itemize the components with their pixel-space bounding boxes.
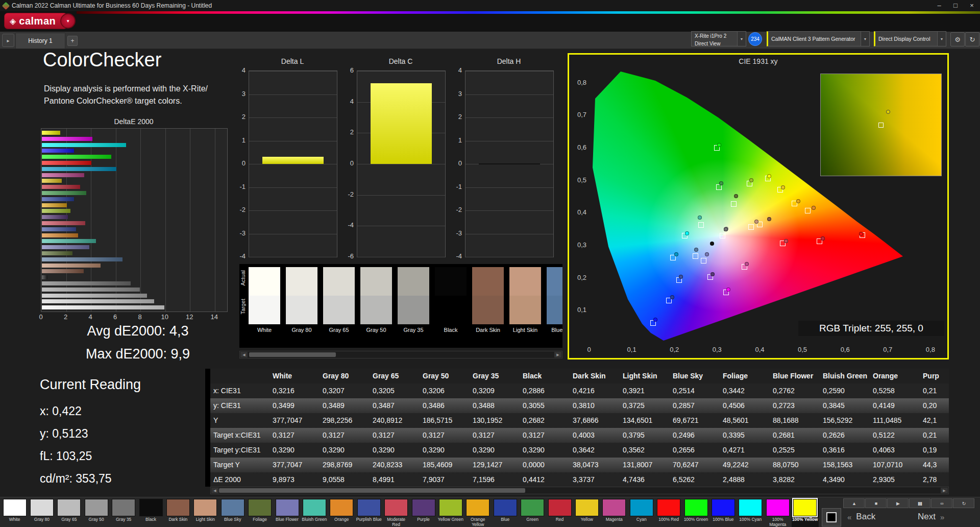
- deltaL-gridline: [249, 257, 337, 257]
- palette-swatch: [630, 499, 653, 516]
- scroll-right-icon[interactable]: ▶: [941, 488, 948, 493]
- palette-item[interactable]: 100% Red: [655, 499, 682, 527]
- scroll-right-icon[interactable]: ▶: [554, 352, 561, 357]
- back-button[interactable]: « Back: [847, 509, 875, 524]
- palette-item[interactable]: Gray 35: [110, 499, 137, 527]
- palette-item[interactable]: Yellow Green: [437, 499, 464, 527]
- palette-item[interactable]: Blue Flower: [274, 499, 301, 527]
- palette-item[interactable]: 100% Blue: [709, 499, 737, 527]
- calman-menu-button[interactable]: ▼: [60, 13, 76, 29]
- maximize-button[interactable]: □: [947, 0, 964, 11]
- pause-button[interactable]: ▮▮: [909, 498, 930, 508]
- table-cell: 42,1: [918, 413, 949, 428]
- palette-item[interactable]: Purple: [410, 499, 437, 527]
- table-cell: 0,3127: [368, 428, 418, 443]
- table-cell: 0,2723: [768, 398, 818, 413]
- deltae-bar: [42, 239, 96, 243]
- table-cell: 0,4216: [568, 384, 618, 398]
- panel-expander-button[interactable]: ▸: [2, 34, 14, 47]
- table-cell: 0,4412: [518, 472, 568, 487]
- cie-chart-title: CIE 1931 xy: [569, 57, 947, 65]
- palette-item[interactable]: Cyan: [628, 499, 655, 527]
- refresh-measure-button[interactable]: ↻: [953, 498, 974, 508]
- palette-item-label: Purplish Blue: [355, 517, 382, 522]
- palette-item[interactable]: Light Skin: [192, 499, 219, 527]
- target-swatch: [547, 296, 562, 324]
- table-cell: 134,6501: [618, 413, 668, 428]
- table-cell: 298,8769: [317, 458, 368, 472]
- palette-item[interactable]: Moderate Red: [383, 499, 410, 527]
- table-cell: 0,19: [918, 443, 949, 458]
- palette-item[interactable]: Dark Skin: [164, 499, 191, 527]
- max-de2000-value: Max dE2000: 9,9: [41, 346, 235, 362]
- table-column-header: Blue Flower: [768, 369, 818, 384]
- scrollbar-thumb[interactable]: [219, 488, 525, 493]
- table-cell: 185,4609: [418, 458, 468, 472]
- palette-item[interactable]: Black: [137, 499, 164, 527]
- cie-measured-marker: [821, 236, 825, 241]
- deltae-bar: [42, 288, 140, 292]
- add-tab-button[interactable]: +: [67, 36, 78, 46]
- title-bar: Calman 2022 Calman Ultimate for Business…: [0, 0, 980, 11]
- scrollbar-thumb[interactable]: [249, 352, 336, 357]
- settings-button[interactable]: ⚙: [950, 32, 965, 46]
- avg-de2000-value: Avg dE2000: 4,3: [41, 323, 235, 339]
- palette-item[interactable]: Foliage: [247, 499, 274, 527]
- scroll-left-icon[interactable]: ◀: [240, 352, 248, 357]
- tab-history-1[interactable]: History 1: [15, 33, 65, 49]
- palette-item[interactable]: Green: [519, 499, 546, 527]
- delta-c-chart: [357, 70, 446, 257]
- palette-item[interactable]: White: [1, 499, 28, 527]
- deltae-bar: [42, 131, 60, 135]
- palette-item[interactable]: 100% Magenta: [764, 499, 791, 527]
- loop-button[interactable]: ∞: [931, 498, 952, 508]
- pattern-window-button[interactable]: [822, 508, 841, 526]
- palette-item[interactable]: 100% Yellow: [792, 499, 819, 527]
- brand-bar: ◈ calman ▼: [0, 11, 980, 32]
- palette-item-label: Blue Sky: [219, 517, 246, 522]
- deltaH-gridline: [465, 117, 553, 118]
- deltaH-tick-label: -3: [445, 229, 462, 237]
- stop-button[interactable]: ■: [865, 498, 887, 508]
- palette-item[interactable]: Yellow: [573, 499, 600, 527]
- table-cell: 0,3127: [468, 428, 518, 443]
- palette-item[interactable]: Magenta: [601, 499, 628, 527]
- scroll-up-button[interactable]: ▲: [843, 498, 865, 508]
- palette-item[interactable]: Orange: [328, 499, 355, 527]
- cie-measured-marker: [710, 272, 715, 276]
- deltae-tick-label: 2: [61, 313, 71, 321]
- minimize-button[interactable]: –: [931, 0, 947, 11]
- display-control-dropdown[interactable]: Direct Display Control ▼: [874, 31, 946, 46]
- table-cell: 0,3290: [368, 443, 418, 458]
- table-cell: 0,5122: [868, 428, 918, 443]
- palette-item[interactable]: Purplish Blue: [355, 499, 382, 527]
- calman-logo: ◈ calman ▼: [4, 13, 76, 29]
- swatch-strip-scrollbar[interactable]: ◀ ▶: [239, 351, 562, 358]
- scroll-left-icon[interactable]: ◀: [211, 488, 218, 493]
- palette-item[interactable]: Red: [546, 499, 573, 527]
- palette-item[interactable]: Bluish Green: [301, 499, 328, 527]
- play-button[interactable]: ▶: [887, 498, 909, 508]
- palette-item[interactable]: Gray 50: [83, 499, 110, 527]
- palette-item[interactable]: Gray 65: [56, 499, 83, 527]
- palette-item[interactable]: Gray 80: [28, 499, 55, 527]
- palette-item[interactable]: Blue Sky: [219, 499, 246, 527]
- table-cell: 156,5292: [818, 413, 868, 428]
- refresh-button[interactable]: ↻: [965, 32, 979, 46]
- table-scrollbar[interactable]: ◀ ▶: [210, 487, 949, 494]
- palette-item[interactable]: Blue: [492, 499, 519, 527]
- deltaL-tick-label: -4: [228, 252, 246, 260]
- next-button[interactable]: Next »: [918, 509, 944, 524]
- pattern-generator-dropdown[interactable]: CalMAN Client 3 Pattern Generator ▼: [767, 31, 870, 46]
- palette-item[interactable]: 100% Cyan: [737, 499, 764, 527]
- cie-measured-marker: [670, 295, 674, 299]
- close-button[interactable]: ×: [964, 0, 980, 11]
- loop-icon: ∞: [940, 501, 943, 506]
- palette-item[interactable]: 100% Green: [682, 499, 709, 527]
- deltae-bar: [42, 299, 154, 303]
- target-swatch: [249, 296, 280, 324]
- meter-dropdown[interactable]: X-Rite i1Pro 2 Direct View ▼: [691, 31, 746, 46]
- table-cell: 0,21: [918, 428, 949, 443]
- palette-item[interactable]: Orange Yellow: [464, 499, 492, 527]
- table-cell: 0,2525: [768, 443, 818, 458]
